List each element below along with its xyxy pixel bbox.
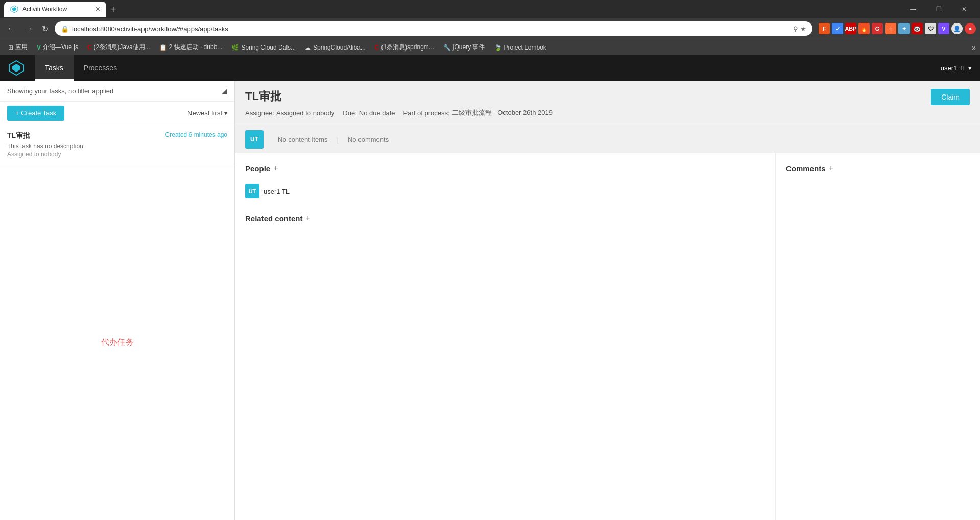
bookmark-vuejs-label: 介绍—Vue.js — [43, 43, 78, 52]
comments-section-title: Comments — [786, 164, 826, 173]
tab-no-content[interactable]: No content items — [270, 131, 336, 149]
app-logo — [8, 60, 25, 76]
url-bar[interactable]: 🔒 localhost:8080/activiti-app/workflow/#… — [55, 21, 812, 36]
ext-icon-10: V — [938, 23, 949, 34]
lombok-icon: 🍃 — [494, 44, 502, 51]
nav-tasks-label: Tasks — [45, 64, 63, 72]
task-item-header: TL审批 Created 6 minutes ago — [7, 131, 227, 140]
bookmark-spring-label: Spring Cloud Dals... — [241, 44, 296, 51]
task-detail-panel: TL审批 Assignee: Assigned to nobody Due: N… — [235, 81, 980, 520]
java-icon: C — [87, 44, 92, 51]
bookmark-vuejs[interactable]: V 介绍—Vue.js — [33, 41, 82, 53]
task-body: People + UT user1 TL Related content + — [235, 153, 980, 520]
ext-icon-5: G — [872, 23, 883, 34]
ext-icon-9: 🛡 — [925, 23, 936, 34]
filter-icon[interactable]: ◢ — [222, 87, 227, 95]
user-menu[interactable]: user1 TL ▾ — [941, 64, 972, 72]
maximize-button[interactable]: ❐ — [927, 0, 950, 18]
url-icons: ⚲ ★ — [793, 25, 806, 33]
bookmark-jquery[interactable]: 🔧 jQuery 事件 — [439, 41, 489, 53]
task-detail-header: TL审批 Assignee: Assigned to nobody Due: N… — [235, 81, 980, 126]
secure-icon: 🔒 — [61, 25, 69, 33]
comments-section-header: Comments + — [786, 163, 970, 173]
related-content-add-button[interactable]: + — [306, 214, 310, 223]
due-value: No due date — [359, 109, 395, 117]
process-value: 二级审批流程 - October 26th 2019 — [452, 108, 553, 117]
comments-section: Comments + — [786, 163, 970, 173]
spring-icon: 🌿 — [231, 44, 239, 51]
task-meta: Assignee: Assigned to nobody Due: No due… — [245, 108, 931, 117]
apps-icon: ⊞ — [8, 44, 13, 51]
create-task-button[interactable]: + Create Task — [7, 106, 64, 121]
user-avatar-icon: 👤 — [951, 23, 963, 34]
app-header: Tasks Processes user1 TL ▾ — [0, 55, 980, 81]
task-item-assignee: Assigned to nobody — [7, 151, 227, 158]
bookmark-lombok[interactable]: 🍃 Project Lombok — [490, 42, 551, 53]
people-section-title: People — [245, 164, 270, 173]
comments-add-button[interactable]: + — [829, 163, 833, 173]
back-button[interactable]: ← — [4, 22, 18, 35]
alibaba-icon: ☁ — [305, 44, 311, 51]
bookmark-springm-label: (1条消息)springm... — [381, 43, 434, 52]
bookmark-apps[interactable]: ⊞ 应用 — [4, 41, 32, 53]
ext-icon-6: ○ — [885, 23, 896, 34]
person-name: user1 TL — [264, 187, 290, 195]
tab-no-comments[interactable]: No comments — [340, 131, 397, 149]
app-nav: Tasks Processes — [35, 55, 127, 81]
nav-tasks[interactable]: Tasks — [35, 55, 74, 81]
sort-arrow-icon: ▾ — [224, 110, 227, 117]
user-menu-label: user1 TL ▾ — [941, 64, 972, 72]
task-list-panel: Showing your tasks, no filter applied ◢ … — [0, 81, 235, 520]
bookmark-spring[interactable]: 🌿 Spring Cloud Dals... — [227, 42, 300, 53]
svg-marker-3 — [12, 64, 20, 72]
process-label: Part of process: — [403, 109, 450, 117]
forward-button[interactable]: → — [21, 22, 36, 35]
minimize-button[interactable]: — — [901, 0, 925, 18]
nav-processes[interactable]: Processes — [74, 55, 127, 81]
bookmark-alibaba[interactable]: ☁ SpringCloudAliba... — [301, 42, 370, 53]
reload-button[interactable]: ↻ — [39, 22, 52, 36]
empty-state-text: 代办任务 — [101, 337, 134, 348]
claim-button[interactable]: Claim — [931, 89, 970, 105]
filter-text: Showing your tasks, no filter applied — [7, 87, 113, 95]
bookmark-dubbo-label: 2 快速启动 · dubb... — [169, 43, 223, 52]
tab-close-button[interactable]: × — [95, 5, 100, 14]
task-body-left: People + UT user1 TL Related content + — [235, 153, 776, 520]
people-add-button[interactable]: + — [273, 163, 278, 173]
related-content-title: Related content — [245, 214, 303, 223]
bookmark-java-label: (2条消息)Java使用... — [94, 43, 150, 52]
task-meta-assignee: Assignee: Assigned to nobody — [245, 109, 334, 117]
bookmark-dubbo[interactable]: 📋 2 快速启动 · dubb... — [155, 41, 227, 53]
task-item-title: TL审批 — [7, 131, 30, 140]
window-controls: — ❐ ✕ — [901, 0, 976, 18]
task-item[interactable]: TL审批 Created 6 minutes ago This task has… — [0, 125, 234, 164]
close-button[interactable]: ✕ — [952, 0, 976, 18]
assignee-label: Assignee: — [245, 109, 274, 117]
tab-title: Activiti Workflow — [22, 6, 91, 13]
tab-separator: | — [336, 136, 340, 144]
task-actions: + Create Task Newest first ▾ — [0, 102, 234, 125]
ext-icon-11: ● — [965, 23, 976, 34]
new-tab-button[interactable]: + — [106, 4, 121, 15]
task-tabs: UT No content items | No comments — [235, 126, 980, 153]
sort-label: Newest first — [187, 109, 222, 117]
related-content-header: Related content + — [245, 214, 765, 223]
people-section-header: People + — [245, 163, 765, 173]
due-label: Due: — [343, 109, 356, 117]
bookmark-java[interactable]: C (2条消息)Java使用... — [83, 41, 154, 53]
springm-icon: C — [375, 44, 379, 51]
browser-tab[interactable]: Activiti Workflow × — [4, 2, 106, 17]
more-bookmarks-button[interactable]: » — [972, 43, 976, 52]
nav-processes-label: Processes — [84, 64, 117, 72]
task-item-time: Created 6 minutes ago — [165, 131, 227, 138]
sort-dropdown[interactable]: Newest first ▾ — [187, 109, 227, 117]
task-detail-title: TL审批 — [245, 89, 931, 104]
bookmark-jquery-label: jQuery 事件 — [453, 43, 485, 52]
bookmark-apps-label: 应用 — [15, 43, 28, 52]
empty-state: 代办任务 — [0, 164, 234, 520]
task-meta-process: Part of process: 二级审批流程 - October 26th 2… — [403, 108, 553, 117]
bookmarks-bar: ⊞ 应用 V 介绍—Vue.js C (2条消息)Java使用... 📋 2 快… — [0, 39, 980, 55]
task-avatar: UT — [245, 130, 264, 149]
people-item: UT user1 TL — [245, 181, 765, 201]
bookmark-springm[interactable]: C (1条消息)springm... — [371, 41, 438, 53]
